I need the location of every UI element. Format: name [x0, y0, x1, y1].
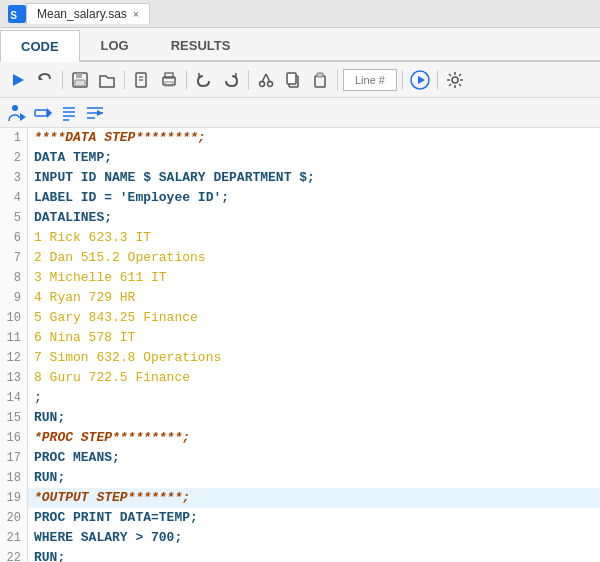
- line-content: LABEL ID = 'Employee ID';: [34, 188, 600, 208]
- code-line[interactable]: 138 Guru 722.5 Finance: [0, 368, 600, 388]
- line-number: 9: [0, 288, 28, 308]
- line-content: DATA TEMP;: [34, 148, 600, 168]
- code-line[interactable]: 22RUN;: [0, 548, 600, 562]
- open-button[interactable]: [95, 68, 119, 92]
- new-button[interactable]: [130, 68, 154, 92]
- line-content: PROC MEANS;: [34, 448, 600, 468]
- line-number: 13: [0, 368, 28, 388]
- line-number: 17: [0, 448, 28, 468]
- person-run-button[interactable]: [6, 102, 28, 124]
- line-content: *PROC STEP*********;: [34, 428, 600, 448]
- svg-rect-3: [76, 73, 82, 78]
- line-content: RUN;: [34, 468, 600, 488]
- code-line[interactable]: 2DATA TEMP;: [0, 148, 600, 168]
- undo2-button[interactable]: [192, 68, 216, 92]
- svg-point-30: [12, 105, 18, 111]
- copy-button[interactable]: [281, 68, 305, 92]
- line-content: 7 Simon 632.8 Operations: [34, 348, 600, 368]
- code-line[interactable]: 18RUN;: [0, 468, 600, 488]
- line-content: 6 Nina 578 IT: [34, 328, 600, 348]
- code-line[interactable]: 15RUN;: [0, 408, 600, 428]
- settings-button[interactable]: [443, 68, 467, 92]
- nav-tabs: CODE LOG RESULTS: [0, 28, 600, 62]
- code-line[interactable]: 19*OUTPUT STEP*******;: [0, 488, 600, 508]
- line-content: 1 Rick 623.3 IT: [34, 228, 600, 248]
- line-content: WHERE SALARY > 700;: [34, 528, 600, 548]
- svg-line-28: [449, 84, 451, 86]
- line-number: 4: [0, 188, 28, 208]
- svg-point-11: [260, 81, 265, 86]
- svg-marker-20: [418, 76, 425, 84]
- line-content: ;: [34, 388, 600, 408]
- save-button[interactable]: [68, 68, 92, 92]
- line-number: 2: [0, 148, 28, 168]
- code-line[interactable]: 21WHERE SALARY > 700;: [0, 528, 600, 548]
- list-button[interactable]: [58, 102, 80, 124]
- svg-point-21: [452, 77, 458, 83]
- code-line[interactable]: 127 Simon 632.8 Operations: [0, 348, 600, 368]
- line-number: 10: [0, 308, 28, 328]
- play-button[interactable]: [408, 68, 432, 92]
- file-tab[interactable]: Mean_salary.sas ×: [26, 3, 150, 24]
- svg-line-14: [266, 74, 270, 82]
- line-number: 3: [0, 168, 28, 188]
- collapse-button[interactable]: [84, 102, 106, 124]
- run-button[interactable]: [6, 68, 30, 92]
- line-content: 5 Gary 843.25 Finance: [34, 308, 600, 328]
- line-content: RUN;: [34, 408, 600, 428]
- code-line[interactable]: 16*PROC STEP*********;: [0, 428, 600, 448]
- print-button[interactable]: [157, 68, 181, 92]
- sep6: [402, 70, 403, 90]
- tab-close-icon[interactable]: ×: [133, 8, 139, 20]
- code-line[interactable]: 1****DATA STEP********;: [0, 128, 600, 148]
- cut-button[interactable]: [254, 68, 278, 92]
- line-number: 20: [0, 508, 28, 528]
- redo-button[interactable]: [219, 68, 243, 92]
- code-line[interactable]: 105 Gary 843.25 Finance: [0, 308, 600, 328]
- tab-code[interactable]: CODE: [0, 30, 80, 62]
- svg-rect-4: [75, 80, 85, 86]
- paste-button[interactable]: [308, 68, 332, 92]
- line-number: 16: [0, 428, 28, 448]
- svg-marker-31: [20, 113, 26, 121]
- line-content: ****DATA STEP********;: [34, 128, 600, 148]
- code-editor[interactable]: 1****DATA STEP********;2DATA TEMP;3INPUT…: [0, 128, 600, 562]
- line-content: DATALINES;: [34, 208, 600, 228]
- code-line[interactable]: 5DATALINES;: [0, 208, 600, 228]
- code-line[interactable]: 94 Ryan 729 HR: [0, 288, 600, 308]
- line-number: 11: [0, 328, 28, 348]
- undo-button[interactable]: [33, 68, 57, 92]
- line-number: 7: [0, 248, 28, 268]
- tab-log[interactable]: LOG: [80, 30, 150, 60]
- code-line[interactable]: 83 Michelle 611 IT: [0, 268, 600, 288]
- svg-marker-41: [97, 110, 103, 116]
- sub-toolbar: [0, 98, 600, 128]
- line-content: 3 Michelle 611 IT: [34, 268, 600, 288]
- svg-text:S: S: [10, 9, 17, 20]
- line-number-input[interactable]: [343, 69, 397, 91]
- line-content: 4 Ryan 729 HR: [34, 288, 600, 308]
- code-line[interactable]: 61 Rick 623.3 IT: [0, 228, 600, 248]
- tab-results[interactable]: RESULTS: [150, 30, 252, 60]
- sep1: [62, 70, 63, 90]
- code-line[interactable]: 72 Dan 515.2 Operations: [0, 248, 600, 268]
- code-line[interactable]: 116 Nina 578 IT: [0, 328, 600, 348]
- sep4: [248, 70, 249, 90]
- line-number: 1: [0, 128, 28, 148]
- code-line[interactable]: 4LABEL ID = 'Employee ID';: [0, 188, 600, 208]
- title-bar: S Mean_salary.sas ×: [0, 0, 600, 28]
- line-number: 22: [0, 548, 28, 562]
- code-line[interactable]: 17PROC MEANS;: [0, 448, 600, 468]
- sep2: [124, 70, 125, 90]
- line-number: 8: [0, 268, 28, 288]
- code-line[interactable]: 14;: [0, 388, 600, 408]
- sep5: [337, 70, 338, 90]
- code-line[interactable]: 20PROC PRINT DATA=TEMP;: [0, 508, 600, 528]
- line-number: 12: [0, 348, 28, 368]
- svg-line-26: [449, 74, 451, 76]
- svg-marker-33: [47, 108, 52, 118]
- code-line[interactable]: 3INPUT ID NAME $ SALARY DEPARTMENT $;: [0, 168, 600, 188]
- file-tab-label: Mean_salary.sas: [37, 7, 127, 21]
- sep3: [186, 70, 187, 90]
- arrow-right-button[interactable]: [32, 102, 54, 124]
